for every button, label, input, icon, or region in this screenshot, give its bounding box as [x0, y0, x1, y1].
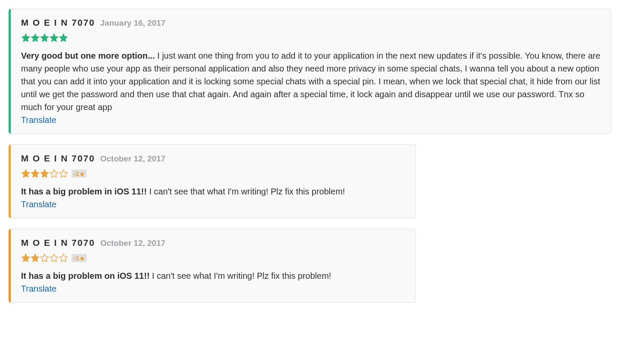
stars-row: -2 [21, 169, 405, 178]
stars-row [21, 33, 601, 42]
star-icon [30, 169, 40, 178]
translate-link[interactable]: Translate [21, 200, 57, 209]
rating-delta-value: -1 [73, 254, 79, 262]
review-body: It has a big problem in iOS 11!! I can't… [21, 185, 405, 198]
review-date: January 16, 2017 [100, 18, 166, 28]
star-icon [49, 33, 59, 42]
review-author: M O E I N 7070 [21, 238, 95, 248]
star-icon [21, 253, 30, 263]
review-date: October 12, 2017 [100, 154, 166, 164]
star-icon [59, 169, 68, 178]
star-icon [79, 171, 85, 176]
review-body: It has a big problem on iOS 11!! I can't… [21, 269, 405, 282]
star-icon [59, 33, 68, 42]
star-icon [30, 253, 40, 263]
star-rating [21, 169, 68, 178]
review-card: M O E I N 7070January 16, 2017Very good … [9, 9, 611, 134]
review-header: M O E I N 7070January 16, 2017 [21, 18, 601, 28]
star-icon [79, 255, 85, 261]
review-header: M O E I N 7070October 12, 2017 [21, 238, 405, 248]
star-icon [30, 33, 40, 42]
star-icon [40, 253, 49, 263]
star-icon [21, 169, 30, 178]
star-icon [40, 169, 49, 178]
review-author: M O E I N 7070 [21, 18, 95, 28]
star-icon [49, 169, 59, 178]
review-card: M O E I N 7070October 12, 2017-1It has a… [9, 229, 416, 303]
star-icon [40, 33, 49, 42]
review-text: I can't see what I'm writing! Plz fix th… [152, 271, 331, 280]
rating-delta-value: -2 [73, 170, 79, 177]
review-date: October 12, 2017 [100, 239, 166, 248]
rating-delta-badge: -1 [72, 254, 87, 262]
star-rating [21, 253, 68, 263]
star-icon [21, 33, 30, 42]
star-icon [59, 253, 68, 263]
stars-row: -1 [21, 253, 405, 263]
review-title: It has a big problem in iOS 11!! [21, 187, 147, 196]
translate-link[interactable]: Translate [21, 284, 57, 294]
review-card: M O E I N 7070October 12, 2017-2It has a… [9, 144, 416, 218]
star-rating [21, 33, 68, 42]
star-icon [49, 253, 59, 263]
review-text: I can't see that what I'm writing! Plz f… [149, 187, 345, 196]
review-title: It has a big problem on iOS 11!! [21, 271, 150, 280]
review-author: M O E I N 7070 [21, 153, 95, 164]
review-title: Very good but one more option... [21, 51, 155, 60]
translate-link[interactable]: Translate [21, 115, 57, 125]
rating-delta-badge: -2 [72, 170, 87, 178]
review-header: M O E I N 7070October 12, 2017 [21, 153, 405, 164]
review-body: Very good but one more option... I just … [21, 49, 601, 113]
